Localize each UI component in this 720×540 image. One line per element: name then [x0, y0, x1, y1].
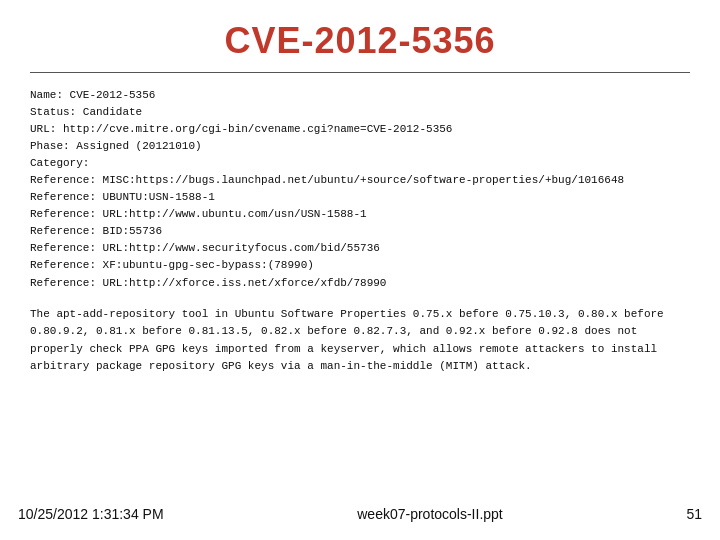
- field-line: Name: CVE-2012-5356: [30, 87, 690, 104]
- footer-file: week07-protocols-II.ppt: [218, 506, 642, 522]
- field-line: Reference: URL:http://www.securityfocus.…: [30, 240, 690, 257]
- cve-description: The apt-add-repository tool in Ubuntu So…: [30, 306, 690, 376]
- field-line: URL: http://cve.mitre.org/cgi-bin/cvenam…: [30, 121, 690, 138]
- footer: 10/25/2012 1:31:34 PM week07-protocols-I…: [0, 506, 720, 522]
- title-divider: [30, 72, 690, 73]
- field-line: Category:: [30, 155, 690, 172]
- field-line: Phase: Assigned (20121010): [30, 138, 690, 155]
- footer-date: 10/25/2012 1:31:34 PM: [18, 506, 218, 522]
- field-line: Reference: URL:http://xforce.iss.net/xfo…: [30, 275, 690, 292]
- page: CVE-2012-5356 Name: CVE-2012-5356Status:…: [0, 0, 720, 540]
- field-line: Reference: UBUNTU:USN-1588-1: [30, 189, 690, 206]
- field-line: Status: Candidate: [30, 104, 690, 121]
- field-line: Reference: URL:http://www.ubuntu.com/usn…: [30, 206, 690, 223]
- footer-number: 51: [642, 506, 702, 522]
- field-line: Reference: MISC:https://bugs.launchpad.n…: [30, 172, 690, 189]
- cve-fields: Name: CVE-2012-5356Status: CandidateURL:…: [30, 87, 690, 292]
- field-line: Reference: BID:55736: [30, 223, 690, 240]
- field-line: Reference: XF:ubuntu-gpg-sec-bypass:(789…: [30, 257, 690, 274]
- page-title: CVE-2012-5356: [30, 20, 690, 62]
